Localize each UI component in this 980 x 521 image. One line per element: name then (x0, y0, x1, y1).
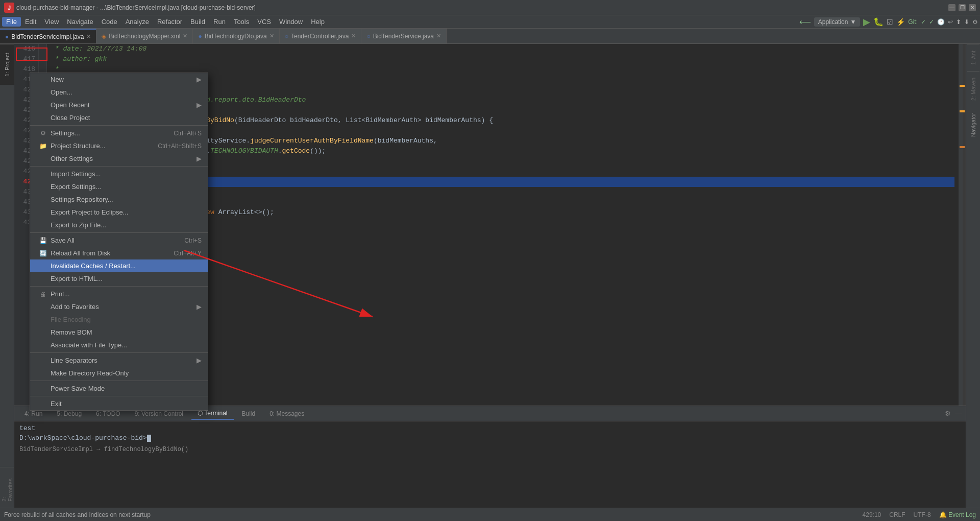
git-fetch-icon[interactable]: ⬇ (964, 18, 969, 26)
debug-button[interactable]: 🐛 (873, 17, 884, 27)
menu-remove-bom[interactable]: Remove BOM (30, 326, 208, 339)
sidebar-item-project[interactable]: 1: Project (0, 44, 14, 85)
run-config-dropdown[interactable]: Application ▼ (814, 17, 861, 27)
menu-analyze[interactable]: Analyze (121, 17, 153, 27)
git-revert-icon[interactable]: ↩ (948, 18, 953, 26)
menu-export-eclipse[interactable]: Export Project to Eclipse... (30, 206, 208, 219)
right-panel-tabs: 1: Ant 2: Maven Navigator (966, 44, 980, 508)
menu-export-html-label: Export to HTML... (51, 275, 103, 282)
menu-make-readonly[interactable]: Make Directory Read-Only (30, 367, 208, 380)
menu-file[interactable]: File (2, 17, 21, 27)
app-icon: J (4, 3, 14, 13)
run-button[interactable]: ▶ (863, 16, 870, 28)
menu-open[interactable]: Open... (30, 86, 208, 99)
git-push-icon[interactable]: ⬆ (956, 18, 961, 26)
menu-power-save[interactable]: Power Save Mode (30, 382, 208, 395)
sidebar-item-ant[interactable]: 1: Ant (967, 44, 979, 71)
divider-6 (30, 381, 208, 381)
sidebar-item-navigator[interactable]: Navigator (967, 107, 979, 143)
tab-bid-technology-mapper[interactable]: ◈ BidTechnologyMapper.xml ✕ (96, 29, 193, 44)
tab-bid-technology-dto[interactable]: ● BidTechnologyDto.java ✕ (193, 29, 279, 44)
menu-navigate[interactable]: Navigate (63, 17, 97, 27)
bottom-tab-build[interactable]: Build (236, 408, 262, 419)
tab-close-5[interactable]: ✕ (436, 33, 441, 39)
tab-tender-controller[interactable]: ○ TenderController.java ✕ (280, 29, 362, 44)
menu-file-encoding-label: File Encoding (51, 316, 91, 323)
menu-save-all[interactable]: 💾 Save All Ctrl+S (30, 234, 208, 247)
menu-code[interactable]: Code (97, 17, 121, 27)
menu-help[interactable]: Help (307, 17, 329, 27)
menu-new[interactable]: New ▶ (30, 73, 208, 86)
status-event-log[interactable]: 🔔 Event Log (939, 511, 976, 518)
coverage-button[interactable]: ☑ (887, 18, 893, 26)
menu-exit[interactable]: Exit (30, 397, 208, 410)
menu-tools[interactable]: Tools (230, 17, 253, 27)
menu-add-favorites[interactable]: Add to Favorites ▶ (30, 300, 208, 313)
menu-invalidate-caches[interactable]: Invalidate Caches / Restart... (30, 259, 208, 272)
menu-import-settings[interactable]: Import Settings... (30, 168, 208, 180)
menu-vcs[interactable]: VCS (253, 17, 275, 27)
menu-window[interactable]: Window (275, 17, 307, 27)
status-line-ending[interactable]: CRLF (889, 511, 905, 518)
menu-add-favorites-label: Add to Favorites (51, 303, 99, 311)
close-button[interactable]: ✕ (969, 4, 976, 11)
menu-other-settings-label: Other Settings (51, 155, 93, 162)
menu-reload[interactable]: 🔄 Reload All from Disk Ctrl+Alt+Y (30, 247, 208, 259)
menu-export-settings[interactable]: Export Settings... (30, 180, 208, 193)
menu-export-html[interactable]: Export to HTML... (30, 272, 208, 285)
menu-settings-label: Settings... (51, 129, 80, 137)
tab-label-5: BidTenderService.java (373, 33, 434, 40)
menu-settings[interactable]: ⚙ Settings... Ctrl+Alt+S (30, 127, 208, 139)
menu-other-settings[interactable]: Other Settings ▶ (30, 152, 208, 165)
git-check2-icon: ✓ (929, 18, 934, 26)
navigate-back-icon[interactable]: ⟵ (799, 17, 811, 27)
maximize-button[interactable]: ❐ (959, 4, 966, 11)
profile-button[interactable]: ⚡ (896, 18, 905, 26)
project-structure-icon: 📁 (38, 143, 47, 150)
menu-line-separators[interactable]: Line Separators ▶ (30, 354, 208, 367)
tab-close-1[interactable]: ✕ (86, 33, 91, 40)
line-separators-arrow-icon: ▶ (197, 357, 202, 364)
sidebar-item-favorites[interactable]: 2: Favorites (0, 467, 14, 508)
menu-open-recent[interactable]: Open Recent ▶ (30, 99, 208, 111)
menu-refactor[interactable]: Refactor (153, 17, 186, 27)
menu-associate-file-type[interactable]: Associate with File Type... (30, 339, 208, 351)
tab-close-2[interactable]: ✕ (183, 33, 187, 39)
git-check-icon: ✓ (921, 18, 926, 26)
menu-print[interactable]: 🖨 Print... (30, 288, 208, 300)
tab-label-3: BidTechnologyDto.java (205, 33, 267, 40)
menu-view[interactable]: View (40, 17, 63, 27)
menu-export-zip[interactable]: Export to Zip File... (30, 219, 208, 231)
add-favorites-arrow-icon: ▶ (197, 303, 202, 311)
bottom-tab-messages[interactable]: 0: Messages (263, 408, 310, 419)
settings-icon[interactable]: ⚙ (972, 18, 978, 26)
tab-close-4[interactable]: ✕ (351, 33, 356, 39)
tab-bid-tender-service[interactable]: ○ BidTenderService.java ✕ (361, 29, 447, 44)
menu-project-structure[interactable]: 📁 Project Structure... Ctrl+Alt+Shift+S (30, 139, 208, 152)
menu-import-settings-label: Import Settings... (51, 170, 101, 178)
divider-5 (30, 352, 208, 353)
status-position[interactable]: 429:10 (863, 511, 881, 518)
status-charset[interactable]: UTF-8 (914, 511, 931, 518)
left-panel-tabs: 1: Project 2: Favorites (0, 44, 14, 508)
menu-edit[interactable]: Edit (21, 17, 40, 27)
terminal-content[interactable]: test D:\workSpace\cloud-purchase-bid> Bi… (14, 421, 966, 508)
menu-settings-repo[interactable]: Settings Repository... (30, 193, 208, 206)
sidebar-item-maven[interactable]: 2: Maven (967, 71, 979, 107)
menu-open-label: Open... (51, 88, 72, 96)
menu-build[interactable]: Build (186, 17, 209, 27)
panel-settings-icon[interactable]: ⚙ (945, 410, 951, 417)
breadcrumb-bar: BidTenderServiceImpl → findTechnologyByB… (19, 446, 961, 453)
right-scrollbar[interactable] (959, 44, 966, 406)
panel-hide-icon[interactable]: — (955, 410, 962, 417)
tab-close-3[interactable]: ✕ (270, 33, 274, 39)
bottom-panel: 4: Run 5: Debug 6: TODO 9: Version Contr… (14, 406, 966, 508)
tab-icon-2: ◈ (102, 33, 106, 40)
minimize-button[interactable]: — (948, 4, 955, 11)
menu-export-settings-label: Export Settings... (51, 183, 101, 191)
git-history-icon[interactable]: 🕐 (937, 18, 945, 26)
menu-run[interactable]: Run (209, 17, 230, 27)
menu-close-project[interactable]: Close Project (30, 111, 208, 124)
tab-label-1: BidTenderServiceImpl.java (11, 33, 84, 40)
tab-bid-tender-service-impl[interactable]: ● BidTenderServiceImpl.java ✕ (0, 29, 96, 44)
